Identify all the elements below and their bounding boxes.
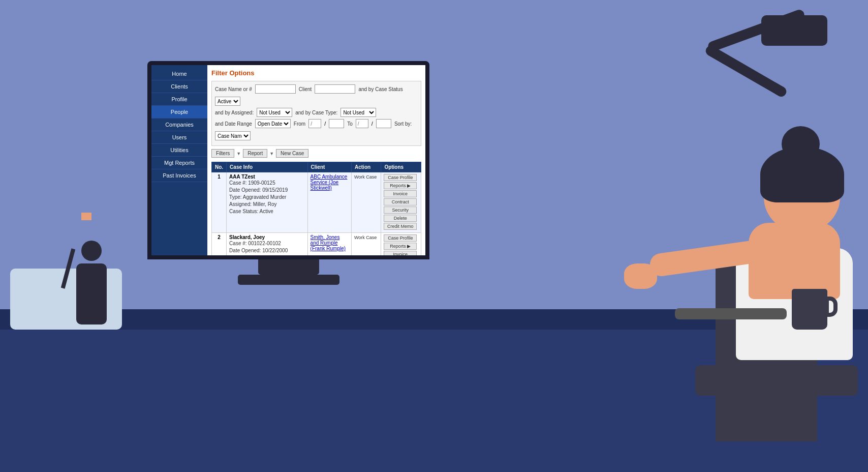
hand xyxy=(624,263,657,289)
monitor: Home Clients Profile People Companies Us… xyxy=(147,61,429,285)
row-2-invoice[interactable]: Invoice xyxy=(384,251,417,255)
case-type-label: and by Case Type: xyxy=(295,110,337,115)
client-label: Client xyxy=(299,86,312,92)
mug-handle xyxy=(825,297,838,317)
row-1-action-btn[interactable]: Work Case xyxy=(354,174,377,180)
case-status-label: and by Case Status xyxy=(358,86,402,92)
filter-row-1: Case Name or # Client and by Case Status… xyxy=(215,84,418,106)
filter-row-2: and by Assigned: Not Used and by Case Ty… xyxy=(215,108,418,117)
row-2-client-link[interactable]: Smith, Jones and Rumple (Frank Rumple) xyxy=(311,234,346,251)
assigned-label: and by Assigned: xyxy=(215,110,254,115)
row-1-credit-memo[interactable]: Credit Memo xyxy=(384,223,417,230)
row-1-assigned: Assigned: Miller, Roy xyxy=(229,201,304,208)
filter-actions: Filters ▼ Report ▼ New Case xyxy=(211,149,421,158)
row-1-contract[interactable]: Contract xyxy=(384,198,417,205)
row-1-case-info: AAA TZest Case #: 1909-00125 Date Opened… xyxy=(227,172,307,233)
from-label: From xyxy=(294,121,305,127)
row-2-reports[interactable]: Reports ▶ xyxy=(384,243,417,250)
row-1-reports[interactable]: Reports ▶ xyxy=(384,182,417,189)
row-2-type: Type: Background xyxy=(229,254,304,255)
from-date-year[interactable] xyxy=(329,119,344,128)
row-2-options: Case Profile Reports ▶ Invoice Contract … xyxy=(381,233,421,256)
case-status-select[interactable]: Active xyxy=(215,97,240,106)
col-header-options: Options xyxy=(381,162,421,172)
col-header-client: Client xyxy=(307,162,351,172)
chair-armrest xyxy=(675,308,787,319)
row-1-client-link[interactable]: ABC Ambulance Service (Joe Stickwell) xyxy=(311,174,348,191)
row-1-case-profile[interactable]: Case Profile xyxy=(384,174,417,181)
client-input[interactable] xyxy=(315,84,355,94)
row-1-options: Case Profile Reports ▶ Invoice Contract … xyxy=(381,172,421,233)
row-2-case-info: Slackard, Joey Case #: 001022-00102 Date… xyxy=(227,233,307,256)
row-2-case-name: Slackard, Joey xyxy=(229,234,304,240)
sort-label: Sort by: xyxy=(394,121,412,127)
app-ui: Home Clients Profile People Companies Us… xyxy=(151,65,425,255)
row-2-num: 2 xyxy=(212,233,227,256)
row-1-date-opened: Date Opened: 09/15/2019 xyxy=(229,187,304,194)
row-1-case-name: AAA TZest xyxy=(229,174,304,180)
row-1-delete[interactable]: Delete xyxy=(384,215,417,222)
monitor-stand xyxy=(238,275,339,285)
sidebar-item-companies[interactable]: Companies xyxy=(151,119,207,131)
row-2-case-profile[interactable]: Case Profile xyxy=(384,234,417,242)
chair-seat xyxy=(695,365,858,396)
filter-options-title: Filter Options xyxy=(211,69,421,77)
row-1-num: 1 xyxy=(212,172,227,233)
row-2-client: Smith, Jones and Rumple (Frank Rumple) xyxy=(307,233,351,256)
sidebar-item-past-invoices[interactable]: Past Invoices xyxy=(151,169,207,182)
hair-bun xyxy=(782,126,820,162)
col-header-case-info: Case Info xyxy=(227,162,307,172)
row-1-type: Type: Aggravated Murder xyxy=(229,194,304,201)
col-header-action: Action xyxy=(352,162,381,172)
background-scene: Home Clients Profile People Companies Us… xyxy=(0,0,868,472)
from-date-input[interactable] xyxy=(308,119,321,128)
row-2-case-num: Case #: 001022-00102 xyxy=(229,240,304,247)
small-person-silhouette xyxy=(76,241,107,324)
sidebar: Home Clients Profile People Companies Us… xyxy=(151,65,207,255)
filter-row-3: and Date Range Open Dates From / To / xyxy=(215,119,418,140)
row-1-invoice[interactable]: Invoice xyxy=(384,190,417,197)
date-range-label: and Date Range xyxy=(215,121,252,127)
sidebar-item-profile[interactable]: Profile xyxy=(151,93,207,106)
row-1-status: Case Status: Active xyxy=(229,208,304,215)
row-1-case-num: Case #: 1909-00125 xyxy=(229,180,304,187)
sort-select[interactable]: Case Name xyxy=(215,131,251,140)
sidebar-item-mgt-reports[interactable]: Mgt Reports xyxy=(151,157,207,169)
row-1-client: ABC Ambulance Service (Joe Stickwell) xyxy=(307,172,351,233)
new-case-button[interactable]: New Case xyxy=(276,149,308,158)
filters-button[interactable]: Filters xyxy=(211,149,234,158)
sidebar-item-users[interactable]: Users xyxy=(151,131,207,144)
row-2-date-opened: Date Opened: 10/22/2000 xyxy=(229,247,304,254)
sidebar-item-clients[interactable]: Clients xyxy=(151,80,207,93)
assigned-select[interactable]: Not Used xyxy=(257,108,292,117)
sidebar-item-people[interactable]: People xyxy=(151,106,207,119)
monitor-screen: Home Clients Profile People Companies Us… xyxy=(147,61,429,259)
row-2-action-btn[interactable]: Work Case xyxy=(354,235,377,240)
report-button[interactable]: Report xyxy=(243,149,267,158)
table-row: 1 AAA TZest Case #: 1909-00125 Date Open… xyxy=(212,172,421,233)
to-date-year[interactable] xyxy=(376,119,391,128)
case-name-label: Case Name or # xyxy=(215,86,252,92)
case-table: No. Case Info Client Action Options 1 xyxy=(211,162,421,255)
to-label: To xyxy=(347,121,353,127)
filter-section: Case Name or # Client and by Case Status… xyxy=(211,81,421,146)
row-1-action: Work Case xyxy=(352,172,381,233)
lamp-arm-lower xyxy=(704,44,788,98)
coffee-mug xyxy=(792,289,827,330)
row-1-security[interactable]: Security xyxy=(384,206,417,214)
sidebar-item-utilities[interactable]: Utilities xyxy=(151,144,207,157)
monitor-base xyxy=(258,259,319,275)
main-content: Filter Options Case Name or # Client and… xyxy=(207,65,425,255)
sidebar-item-home[interactable]: Home xyxy=(151,68,207,80)
table-row: 2 Slackard, Joey Case #: 001022-00102 Da… xyxy=(212,233,421,256)
case-type-select[interactable]: Not Used xyxy=(340,108,376,117)
date-type-select[interactable]: Open Dates xyxy=(255,119,291,128)
case-name-input[interactable] xyxy=(255,84,296,94)
col-header-num: No. xyxy=(212,162,227,172)
to-date-input[interactable] xyxy=(356,119,368,128)
row-2-action: Work Case xyxy=(352,233,381,256)
